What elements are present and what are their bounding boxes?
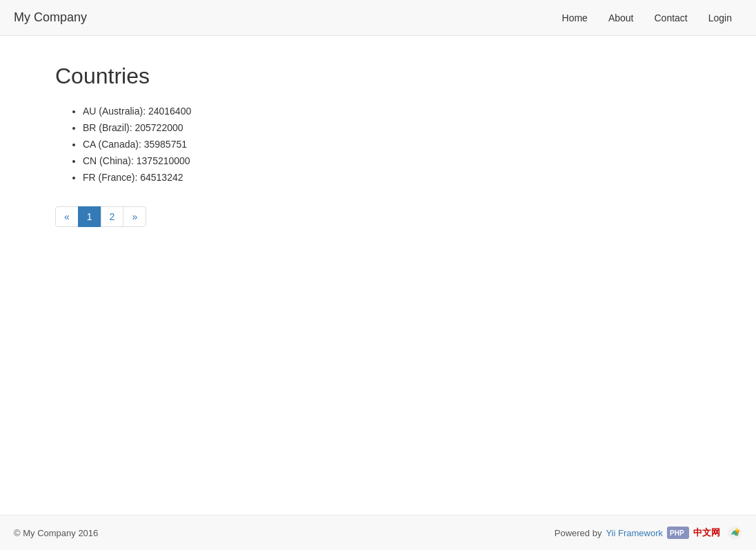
pagination-next: »	[123, 206, 146, 227]
navbar: My Company Home About Contact Login	[0, 0, 756, 36]
yii-logo-icon	[727, 525, 742, 540]
nav-link-home[interactable]: Home	[552, 2, 598, 34]
pagination: « 1 2 »	[55, 206, 701, 227]
main-content: Countries AU (Australia): 24016400 BR (B…	[0, 36, 756, 515]
nav-item-about: About	[598, 2, 644, 34]
list-item: AU (Australia): 24016400	[83, 103, 701, 119]
country-list: AU (Australia): 24016400 BR (Brazil): 20…	[55, 103, 701, 186]
list-item: CN (China): 1375210000	[83, 153, 701, 169]
nav-item-login: Login	[698, 2, 742, 34]
nav-link-login[interactable]: Login	[698, 2, 742, 34]
nav-item-contact: Contact	[644, 2, 697, 34]
powered-by-text: Powered by	[555, 528, 602, 538]
nav-link-about[interactable]: About	[598, 2, 644, 34]
pagination-next-link[interactable]: »	[123, 206, 146, 227]
php-logo-icon: PHP	[667, 527, 689, 539]
list-item: FR (France): 64513242	[83, 169, 701, 186]
navbar-brand[interactable]: My Company	[14, 10, 87, 25]
footer-right: Powered by Yii Framework PHP 中文网	[555, 525, 742, 540]
pagination-page-1-active: 1	[79, 206, 101, 227]
nav-item-home: Home	[552, 2, 598, 34]
footer-copyright: © My Company 2016	[14, 528, 98, 538]
svg-text:PHP: PHP	[670, 529, 684, 537]
yii-framework-link[interactable]: Yii Framework	[606, 528, 663, 538]
list-item: CA (Canada): 35985751	[83, 136, 701, 153]
pagination-prev-link[interactable]: «	[55, 206, 79, 227]
svg-point-3	[735, 529, 738, 531]
pagination-prev: «	[55, 206, 79, 227]
pagination-page-2: 2	[101, 206, 124, 227]
navbar-links: Home About Contact Login	[552, 2, 742, 34]
pagination-current: 1	[78, 206, 101, 227]
page-title: Countries	[55, 63, 701, 89]
nav-link-contact[interactable]: Contact	[644, 2, 697, 34]
php-icon: PHP	[667, 527, 689, 539]
cn-web-icon: 中文网	[693, 527, 720, 539]
list-item: BR (Brazil): 205722000	[83, 119, 701, 136]
pagination-page-2-link[interactable]: 2	[101, 206, 124, 227]
footer: © My Company 2016 Powered by Yii Framewo…	[0, 515, 756, 550]
